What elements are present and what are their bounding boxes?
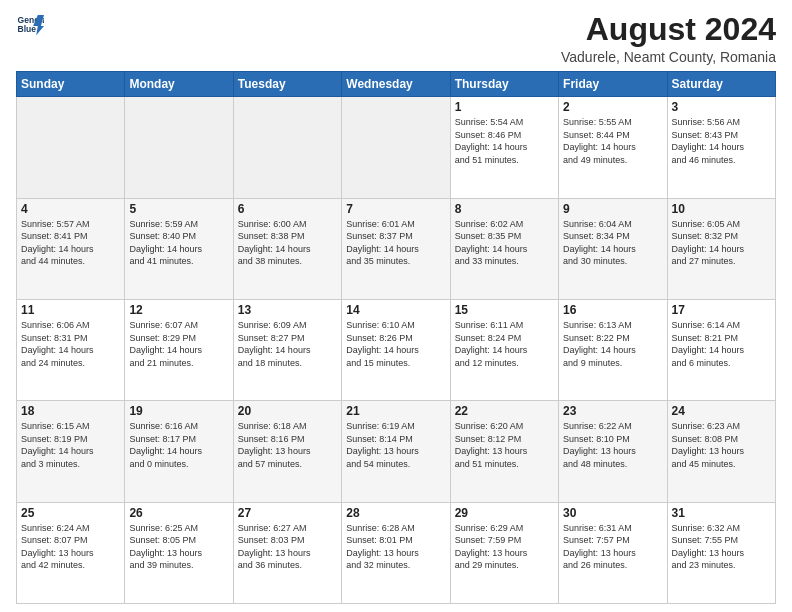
calendar-week-row: 4Sunrise: 5:57 AM Sunset: 8:41 PM Daylig…	[17, 198, 776, 299]
weekday-header-tuesday: Tuesday	[233, 72, 341, 97]
day-info: Sunrise: 6:09 AM Sunset: 8:27 PM Dayligh…	[238, 319, 337, 369]
day-number: 14	[346, 303, 445, 317]
day-info: Sunrise: 6:19 AM Sunset: 8:14 PM Dayligh…	[346, 420, 445, 470]
day-number: 27	[238, 506, 337, 520]
day-info: Sunrise: 6:32 AM Sunset: 7:55 PM Dayligh…	[672, 522, 771, 572]
calendar-cell	[233, 97, 341, 198]
calendar-week-row: 11Sunrise: 6:06 AM Sunset: 8:31 PM Dayli…	[17, 299, 776, 400]
day-number: 2	[563, 100, 662, 114]
day-info: Sunrise: 6:14 AM Sunset: 8:21 PM Dayligh…	[672, 319, 771, 369]
calendar-cell: 20Sunrise: 6:18 AM Sunset: 8:16 PM Dayli…	[233, 401, 341, 502]
weekday-header-monday: Monday	[125, 72, 233, 97]
day-number: 13	[238, 303, 337, 317]
calendar-cell: 17Sunrise: 6:14 AM Sunset: 8:21 PM Dayli…	[667, 299, 775, 400]
calendar-week-row: 1Sunrise: 5:54 AM Sunset: 8:46 PM Daylig…	[17, 97, 776, 198]
day-info: Sunrise: 6:23 AM Sunset: 8:08 PM Dayligh…	[672, 420, 771, 470]
calendar-cell: 7Sunrise: 6:01 AM Sunset: 8:37 PM Daylig…	[342, 198, 450, 299]
calendar-cell: 28Sunrise: 6:28 AM Sunset: 8:01 PM Dayli…	[342, 502, 450, 603]
calendar-cell: 30Sunrise: 6:31 AM Sunset: 7:57 PM Dayli…	[559, 502, 667, 603]
day-info: Sunrise: 6:25 AM Sunset: 8:05 PM Dayligh…	[129, 522, 228, 572]
day-number: 24	[672, 404, 771, 418]
day-number: 8	[455, 202, 554, 216]
day-info: Sunrise: 6:15 AM Sunset: 8:19 PM Dayligh…	[21, 420, 120, 470]
day-number: 4	[21, 202, 120, 216]
day-number: 5	[129, 202, 228, 216]
day-info: Sunrise: 5:54 AM Sunset: 8:46 PM Dayligh…	[455, 116, 554, 166]
day-number: 19	[129, 404, 228, 418]
calendar-cell: 21Sunrise: 6:19 AM Sunset: 8:14 PM Dayli…	[342, 401, 450, 502]
calendar-cell: 24Sunrise: 6:23 AM Sunset: 8:08 PM Dayli…	[667, 401, 775, 502]
calendar-cell: 3Sunrise: 5:56 AM Sunset: 8:43 PM Daylig…	[667, 97, 775, 198]
day-info: Sunrise: 6:18 AM Sunset: 8:16 PM Dayligh…	[238, 420, 337, 470]
weekday-header-sunday: Sunday	[17, 72, 125, 97]
day-number: 15	[455, 303, 554, 317]
day-number: 18	[21, 404, 120, 418]
day-number: 26	[129, 506, 228, 520]
day-info: Sunrise: 6:13 AM Sunset: 8:22 PM Dayligh…	[563, 319, 662, 369]
calendar-cell: 23Sunrise: 6:22 AM Sunset: 8:10 PM Dayli…	[559, 401, 667, 502]
day-info: Sunrise: 6:16 AM Sunset: 8:17 PM Dayligh…	[129, 420, 228, 470]
day-number: 20	[238, 404, 337, 418]
calendar-cell	[342, 97, 450, 198]
main-title: August 2024	[561, 12, 776, 47]
calendar-cell: 25Sunrise: 6:24 AM Sunset: 8:07 PM Dayli…	[17, 502, 125, 603]
day-info: Sunrise: 6:28 AM Sunset: 8:01 PM Dayligh…	[346, 522, 445, 572]
calendar-cell: 26Sunrise: 6:25 AM Sunset: 8:05 PM Dayli…	[125, 502, 233, 603]
day-info: Sunrise: 6:27 AM Sunset: 8:03 PM Dayligh…	[238, 522, 337, 572]
day-info: Sunrise: 6:04 AM Sunset: 8:34 PM Dayligh…	[563, 218, 662, 268]
day-number: 31	[672, 506, 771, 520]
calendar-cell: 9Sunrise: 6:04 AM Sunset: 8:34 PM Daylig…	[559, 198, 667, 299]
calendar-cell: 5Sunrise: 5:59 AM Sunset: 8:40 PM Daylig…	[125, 198, 233, 299]
day-info: Sunrise: 6:06 AM Sunset: 8:31 PM Dayligh…	[21, 319, 120, 369]
calendar-cell: 15Sunrise: 6:11 AM Sunset: 8:24 PM Dayli…	[450, 299, 558, 400]
day-number: 21	[346, 404, 445, 418]
calendar-cell: 18Sunrise: 6:15 AM Sunset: 8:19 PM Dayli…	[17, 401, 125, 502]
calendar-cell: 27Sunrise: 6:27 AM Sunset: 8:03 PM Dayli…	[233, 502, 341, 603]
calendar-cell: 2Sunrise: 5:55 AM Sunset: 8:44 PM Daylig…	[559, 97, 667, 198]
calendar-week-row: 25Sunrise: 6:24 AM Sunset: 8:07 PM Dayli…	[17, 502, 776, 603]
day-info: Sunrise: 6:22 AM Sunset: 8:10 PM Dayligh…	[563, 420, 662, 470]
day-number: 30	[563, 506, 662, 520]
calendar-cell: 1Sunrise: 5:54 AM Sunset: 8:46 PM Daylig…	[450, 97, 558, 198]
day-info: Sunrise: 6:24 AM Sunset: 8:07 PM Dayligh…	[21, 522, 120, 572]
day-info: Sunrise: 6:10 AM Sunset: 8:26 PM Dayligh…	[346, 319, 445, 369]
calendar-cell: 12Sunrise: 6:07 AM Sunset: 8:29 PM Dayli…	[125, 299, 233, 400]
calendar-cell: 19Sunrise: 6:16 AM Sunset: 8:17 PM Dayli…	[125, 401, 233, 502]
day-number: 10	[672, 202, 771, 216]
calendar-cell: 13Sunrise: 6:09 AM Sunset: 8:27 PM Dayli…	[233, 299, 341, 400]
day-number: 6	[238, 202, 337, 216]
day-number: 3	[672, 100, 771, 114]
day-info: Sunrise: 6:11 AM Sunset: 8:24 PM Dayligh…	[455, 319, 554, 369]
calendar-cell: 14Sunrise: 6:10 AM Sunset: 8:26 PM Dayli…	[342, 299, 450, 400]
calendar-week-row: 18Sunrise: 6:15 AM Sunset: 8:19 PM Dayli…	[17, 401, 776, 502]
calendar-cell: 8Sunrise: 6:02 AM Sunset: 8:35 PM Daylig…	[450, 198, 558, 299]
calendar-cell: 4Sunrise: 5:57 AM Sunset: 8:41 PM Daylig…	[17, 198, 125, 299]
day-info: Sunrise: 5:56 AM Sunset: 8:43 PM Dayligh…	[672, 116, 771, 166]
day-info: Sunrise: 6:05 AM Sunset: 8:32 PM Dayligh…	[672, 218, 771, 268]
logo-icon: General Blue	[16, 12, 44, 40]
calendar-cell: 16Sunrise: 6:13 AM Sunset: 8:22 PM Dayli…	[559, 299, 667, 400]
day-number: 25	[21, 506, 120, 520]
weekday-header-thursday: Thursday	[450, 72, 558, 97]
day-info: Sunrise: 6:00 AM Sunset: 8:38 PM Dayligh…	[238, 218, 337, 268]
day-number: 28	[346, 506, 445, 520]
subtitle: Vadurele, Neamt County, Romania	[561, 49, 776, 65]
day-info: Sunrise: 5:59 AM Sunset: 8:40 PM Dayligh…	[129, 218, 228, 268]
calendar-cell: 10Sunrise: 6:05 AM Sunset: 8:32 PM Dayli…	[667, 198, 775, 299]
calendar-cell: 31Sunrise: 6:32 AM Sunset: 7:55 PM Dayli…	[667, 502, 775, 603]
header: General Blue August 2024 Vadurele, Neamt…	[16, 12, 776, 65]
day-number: 7	[346, 202, 445, 216]
calendar-header-row: SundayMondayTuesdayWednesdayThursdayFrid…	[17, 72, 776, 97]
day-info: Sunrise: 6:31 AM Sunset: 7:57 PM Dayligh…	[563, 522, 662, 572]
day-info: Sunrise: 6:07 AM Sunset: 8:29 PM Dayligh…	[129, 319, 228, 369]
calendar-cell: 11Sunrise: 6:06 AM Sunset: 8:31 PM Dayli…	[17, 299, 125, 400]
weekday-header-wednesday: Wednesday	[342, 72, 450, 97]
day-number: 1	[455, 100, 554, 114]
day-number: 23	[563, 404, 662, 418]
day-info: Sunrise: 6:01 AM Sunset: 8:37 PM Dayligh…	[346, 218, 445, 268]
page: General Blue August 2024 Vadurele, Neamt…	[0, 0, 792, 612]
day-number: 11	[21, 303, 120, 317]
calendar-cell: 22Sunrise: 6:20 AM Sunset: 8:12 PM Dayli…	[450, 401, 558, 502]
day-number: 9	[563, 202, 662, 216]
calendar-cell	[17, 97, 125, 198]
